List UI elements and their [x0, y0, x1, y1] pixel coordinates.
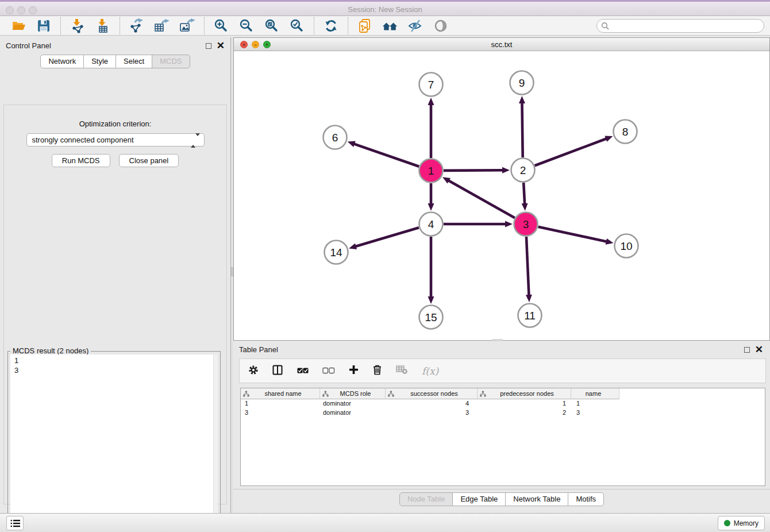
column-header-shared-name[interactable]: shared name: [241, 388, 320, 399]
apply-function-icon: f(x): [422, 365, 438, 377]
task-history-button[interactable]: [6, 516, 24, 530]
tab-network[interactable]: Network: [40, 55, 84, 68]
table-cell[interactable]: 4: [386, 399, 478, 408]
table-cell[interactable]: 3: [241, 408, 320, 418]
toolbar-separator: [314, 17, 314, 34]
table-cell[interactable]: 3: [386, 408, 478, 418]
tab-select[interactable]: Select: [116, 55, 152, 68]
edge-arrowhead: [519, 96, 525, 103]
table-cell[interactable]: 1: [571, 399, 619, 408]
table-tabs: Node TableEdge TableNetwork TableMotifs: [399, 492, 604, 506]
tab-mcds[interactable]: MCDS: [152, 55, 190, 68]
edge-1-6[interactable]: [353, 144, 419, 167]
save-session-icon[interactable]: [36, 18, 52, 34]
search-input[interactable]: [610, 20, 764, 32]
toolbar-separator: [120, 17, 120, 34]
zoom-out-icon[interactable]: [238, 18, 255, 34]
node-label: 4: [428, 218, 434, 230]
toolbar-separator: [348, 17, 348, 34]
edge-1-2[interactable]: [444, 170, 503, 171]
table-options-icon[interactable]: [248, 365, 259, 377]
zoom-in-icon[interactable]: [213, 18, 229, 34]
network-canvas[interactable]: 7968124314101511: [234, 51, 769, 340]
graph-node-15[interactable]: 15: [419, 306, 443, 329]
tab-edge-table[interactable]: Edge Table: [453, 492, 506, 506]
edge-2-3[interactable]: [523, 183, 525, 205]
graph-node-11[interactable]: 11: [518, 304, 542, 327]
table-cell[interactable]: 3: [571, 408, 619, 418]
export-table-icon[interactable]: [154, 18, 170, 34]
graph-node-14[interactable]: 14: [325, 241, 348, 264]
graph-node-10[interactable]: 10: [615, 234, 638, 258]
edge-arrowhead: [505, 221, 513, 228]
horizontal-splitter-handle[interactable]: [492, 339, 503, 341]
memory-status-icon: [724, 520, 730, 526]
network-overview-icon[interactable]: [382, 18, 398, 34]
table-cell[interactable]: dominator: [320, 408, 386, 418]
edge-2-8[interactable]: [535, 138, 607, 165]
export-network-icon[interactable]: [129, 18, 145, 34]
graph-node-1[interactable]: 1: [419, 159, 443, 183]
edge-3-10[interactable]: [538, 227, 607, 242]
import-table-icon[interactable]: [95, 18, 111, 34]
delete-table-icon: [396, 365, 408, 377]
show-columns-icon[interactable]: [272, 365, 283, 377]
network-window-titlebar[interactable]: × – + scc.txt: [234, 38, 769, 51]
edge-2-9[interactable]: [522, 102, 522, 157]
table-row[interactable]: 1dominator411: [241, 399, 765, 408]
tab-style[interactable]: Style: [84, 55, 116, 68]
table-row[interactable]: 3dominator323: [241, 408, 765, 418]
network-window-title: scc.txt: [234, 40, 769, 49]
node-table[interactable]: shared nameMCDS rolesuccessor nodesprede…: [240, 388, 765, 486]
run-mcds-button[interactable]: Run MCDS: [52, 154, 110, 167]
graph-node-3[interactable]: 3: [514, 213, 538, 236]
window-title: Session: New Session: [0, 5, 770, 14]
search-box[interactable]: [596, 19, 764, 33]
tab-network-table[interactable]: Network Table: [506, 492, 568, 506]
table-header-row: shared nameMCDS rolesuccessor nodesprede…: [241, 388, 765, 399]
mcds-result-scrollbar[interactable]: [213, 354, 218, 532]
graph-node-6[interactable]: 6: [324, 126, 347, 149]
network-graph-svg[interactable]: 7968124314101511: [234, 51, 769, 340]
table-cell[interactable]: 2: [478, 408, 571, 418]
graph-node-4[interactable]: 4: [419, 213, 443, 236]
edge-3-1[interactable]: [448, 180, 515, 218]
delete-column-icon[interactable]: [372, 364, 382, 377]
deselect-all-icon[interactable]: [322, 366, 335, 376]
zoom-fit-icon[interactable]: [264, 18, 280, 34]
table-cell[interactable]: 1: [478, 399, 571, 408]
tab-node-table[interactable]: Node Table: [399, 492, 453, 506]
show-graphics-details-icon[interactable]: [433, 18, 449, 34]
edge-3-11[interactable]: [526, 237, 529, 296]
column-header-successor-nodes[interactable]: successor nodes: [386, 388, 478, 399]
select-all-icon[interactable]: [297, 366, 309, 376]
memory-button[interactable]: Memory: [718, 516, 765, 530]
table-cell[interactable]: 1: [241, 399, 320, 408]
graph-node-8[interactable]: 8: [614, 120, 637, 144]
open-session-icon[interactable]: [10, 18, 26, 34]
hide-graphics-details-icon[interactable]: [407, 18, 424, 34]
column-header-name[interactable]: name: [571, 388, 619, 399]
add-column-icon[interactable]: [349, 365, 359, 377]
import-network-icon[interactable]: [70, 18, 86, 34]
column-header-MCDS-role[interactable]: MCDS role: [320, 388, 386, 399]
clone-network-icon[interactable]: [357, 18, 373, 34]
optimization-criterion-select[interactable]: strongly connected component: [26, 133, 205, 147]
table-panel-float-icon[interactable]: [744, 347, 750, 353]
graph-node-9[interactable]: 9: [510, 71, 534, 95]
refresh-layout-icon[interactable]: [323, 18, 339, 34]
column-header-predecessor-nodes[interactable]: predecessor nodes: [478, 388, 571, 399]
graph-node-7[interactable]: 7: [419, 73, 443, 97]
control-panel-close-icon[interactable]: ✕: [217, 43, 225, 49]
tab-motifs[interactable]: Motifs: [568, 492, 604, 506]
close-panel-button[interactable]: Close panel: [119, 154, 179, 167]
graph-node-2[interactable]: 2: [511, 159, 535, 182]
column-header-label: shared name: [250, 390, 319, 397]
mcds-result-text[interactable]: 1 3: [10, 354, 218, 532]
table-cell[interactable]: dominator: [320, 399, 386, 408]
export-image-icon[interactable]: [179, 18, 195, 34]
edge-4-14[interactable]: [355, 228, 419, 246]
control-panel-float-icon[interactable]: [206, 43, 211, 49]
zoom-selected-icon[interactable]: [289, 18, 305, 34]
table-panel-close-icon[interactable]: ✕: [755, 347, 763, 353]
